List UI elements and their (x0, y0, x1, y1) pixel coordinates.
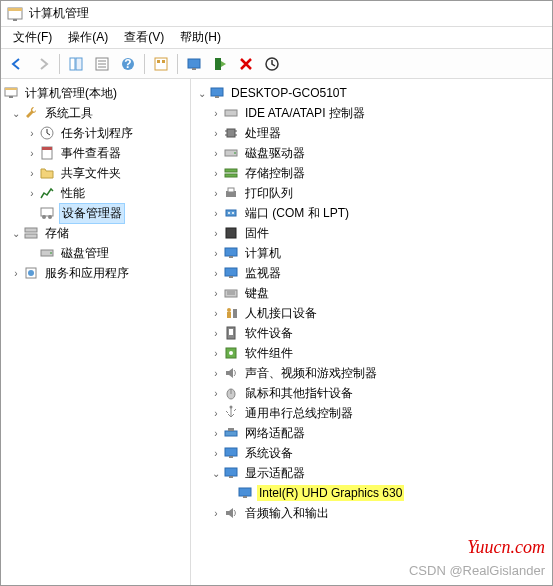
svg-point-64 (229, 351, 233, 355)
tree-label: 事件查看器 (59, 144, 123, 163)
firmware-icon (223, 225, 239, 241)
expand-icon[interactable]: › (209, 386, 223, 400)
expand-icon[interactable]: › (209, 126, 223, 140)
device-network[interactable]: ›网络适配器 (191, 423, 552, 443)
collapse-icon[interactable]: ⌄ (9, 106, 23, 120)
svg-rect-15 (192, 68, 196, 70)
ide-icon (223, 105, 239, 121)
device-software-components[interactable]: ›软件组件 (191, 343, 552, 363)
expand-icon[interactable]: › (25, 166, 39, 180)
expand-icon[interactable]: › (209, 186, 223, 200)
expand-icon[interactable]: › (209, 206, 223, 220)
help-button[interactable]: ? (116, 52, 140, 76)
expand-icon[interactable]: › (209, 306, 223, 320)
svg-rect-68 (225, 431, 237, 436)
cpu-icon (223, 125, 239, 141)
tree-storage[interactable]: ⌄ 存储 (1, 223, 190, 243)
device-firmware[interactable]: ›固件 (191, 223, 552, 243)
svg-rect-1 (8, 8, 22, 11)
tree-performance[interactable]: › 性能 (1, 183, 190, 203)
expand-icon[interactable]: › (209, 286, 223, 300)
view-button[interactable] (149, 52, 173, 76)
expand-icon[interactable]: › (209, 366, 223, 380)
expand-icon[interactable]: › (209, 106, 223, 120)
expand-icon[interactable]: › (209, 226, 223, 240)
tree-system-tools[interactable]: ⌄ 系统工具 (1, 103, 190, 123)
computer-icon (209, 85, 225, 101)
menu-action[interactable]: 操作(A) (60, 27, 116, 48)
svg-rect-70 (225, 448, 237, 456)
menu-help[interactable]: 帮助(H) (172, 27, 229, 48)
device-audio-io[interactable]: ›音频输入和输出 (191, 503, 552, 523)
device-display-adapters[interactable]: ⌄显示适配器 (191, 463, 552, 483)
expand-icon[interactable]: › (25, 186, 39, 200)
update-button[interactable] (208, 52, 232, 76)
device-sound[interactable]: ›声音、视频和游戏控制器 (191, 363, 552, 383)
usb-icon (223, 405, 239, 421)
device-computers[interactable]: ›计算机 (191, 243, 552, 263)
tree-services-apps[interactable]: › 服务和应用程序 (1, 263, 190, 283)
collapse-icon[interactable]: ⌄ (9, 226, 23, 240)
tree-root[interactable]: 计算机管理(本地) (1, 83, 190, 103)
device-keyboards[interactable]: ›键盘 (191, 283, 552, 303)
device-software-devices[interactable]: ›软件设备 (191, 323, 552, 343)
device-disk-drives[interactable]: ›磁盘驱动器 (191, 143, 552, 163)
tree-label: 鼠标和其他指针设备 (243, 384, 355, 403)
device-storage-ctrl[interactable]: ›存储控制器 (191, 163, 552, 183)
tree-event-viewer[interactable]: › 事件查看器 (1, 143, 190, 163)
device-system-devices[interactable]: ›系统设备 (191, 443, 552, 463)
svg-point-58 (227, 308, 231, 312)
expand-icon[interactable]: › (209, 146, 223, 160)
tree-device-manager[interactable]: 设备管理器 (1, 203, 190, 223)
left-tree[interactable]: 计算机管理(本地) ⌄ 系统工具 › 任务计划程序 › 事件查看器 › 共享文件… (1, 79, 191, 585)
device-print-queue[interactable]: ›打印队列 (191, 183, 552, 203)
device-hid[interactable]: ›人机接口设备 (191, 303, 552, 323)
titlebar: 计算机管理 (1, 1, 552, 27)
expand-icon[interactable]: › (25, 126, 39, 140)
scan-button[interactable] (182, 52, 206, 76)
properties-button[interactable] (90, 52, 114, 76)
disable-button[interactable] (234, 52, 258, 76)
device-ide[interactable]: ›IDE ATA/ATAPI 控制器 (191, 103, 552, 123)
expand-icon[interactable]: › (209, 246, 223, 260)
device-usb[interactable]: ›通用串行总线控制器 (191, 403, 552, 423)
collapse-icon[interactable]: ⌄ (195, 86, 209, 100)
show-hide-button[interactable] (64, 52, 88, 76)
expand-icon[interactable]: › (25, 146, 39, 160)
svg-rect-16 (215, 58, 221, 70)
svg-rect-35 (225, 110, 237, 116)
expand-icon[interactable]: › (209, 426, 223, 440)
expand-icon[interactable]: › (209, 406, 223, 420)
forward-button[interactable] (31, 52, 55, 76)
menu-file[interactable]: 文件(F) (5, 27, 60, 48)
tree-task-scheduler[interactable]: › 任务计划程序 (1, 123, 190, 143)
device-computer[interactable]: ⌄ DESKTOP-GCO510T (191, 83, 552, 103)
menu-view[interactable]: 查看(V) (116, 27, 172, 48)
expand-icon[interactable]: › (209, 166, 223, 180)
audio-icon (223, 505, 239, 521)
device-tree[interactable]: ⌄ DESKTOP-GCO510T ›IDE ATA/ATAPI 控制器 ›处理… (191, 79, 552, 585)
gpu-icon (237, 485, 253, 501)
svg-point-42 (234, 152, 236, 154)
back-button[interactable] (5, 52, 29, 76)
folder-icon (39, 165, 55, 181)
device-ports[interactable]: ›端口 (COM 和 LPT) (191, 203, 552, 223)
expand-icon[interactable]: › (209, 326, 223, 340)
device-gpu[interactable]: Intel(R) UHD Graphics 630 (191, 483, 552, 503)
device-mice[interactable]: ›鼠标和其他指针设备 (191, 383, 552, 403)
device-monitors[interactable]: ›监视器 (191, 263, 552, 283)
uninstall-button[interactable] (260, 52, 284, 76)
device-processor[interactable]: ›处理器 (191, 123, 552, 143)
expand-icon[interactable]: › (209, 266, 223, 280)
tree-disk-mgmt[interactable]: 磁盘管理 (1, 243, 190, 263)
expand-icon[interactable]: › (209, 506, 223, 520)
svg-rect-33 (211, 88, 223, 96)
collapse-icon[interactable]: ⌄ (209, 466, 223, 480)
expand-icon[interactable]: › (9, 266, 23, 280)
tree-label: DESKTOP-GCO510T (229, 85, 349, 101)
expand-icon[interactable]: › (209, 446, 223, 460)
svg-rect-73 (229, 476, 233, 478)
tree-label: 软件设备 (243, 324, 295, 343)
tree-shared-folders[interactable]: › 共享文件夹 (1, 163, 190, 183)
expand-icon[interactable]: › (209, 346, 223, 360)
